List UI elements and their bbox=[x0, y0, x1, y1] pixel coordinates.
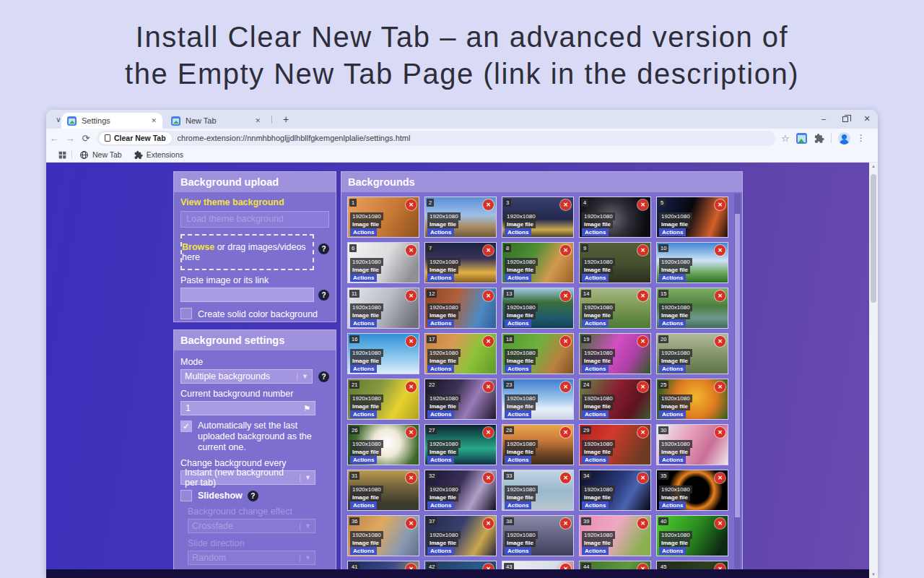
actions-button[interactable]: Actions bbox=[582, 547, 609, 555]
background-thumbnail-green-parrot[interactable]: 17✕1920x1080Image fileActions bbox=[424, 333, 497, 374]
actions-button[interactable]: Actions bbox=[505, 456, 531, 464]
background-thumbnail-red-rose[interactable]: 24✕1920x1080Image fileActions bbox=[579, 379, 651, 420]
actions-button[interactable]: Actions bbox=[350, 228, 377, 236]
actions-button[interactable]: Actions bbox=[659, 228, 686, 236]
delete-background-button[interactable]: ✕ bbox=[715, 290, 725, 301]
background-thumbnail-planet-galaxy[interactable]: 34✕1920x1080Image fileActions bbox=[579, 470, 651, 511]
actions-button[interactable]: Actions bbox=[659, 456, 686, 464]
background-thumbnail-daisy[interactable]: 26✕1920x1080Image fileActions bbox=[347, 424, 419, 465]
background-thumbnail-squirrel-grass[interactable]: 18✕1920x1080Image fileActions bbox=[502, 333, 574, 374]
delete-background-button[interactable]: ✕ bbox=[483, 427, 494, 438]
panel-scrollbar[interactable] bbox=[734, 194, 741, 569]
delete-background-button[interactable]: ✕ bbox=[560, 336, 571, 347]
background-thumbnail-dark-road[interactable]: 9✕1920x1080Image fileActions bbox=[579, 242, 651, 283]
actions-button[interactable]: Actions bbox=[505, 410, 531, 418]
delete-background-button[interactable]: ✕ bbox=[406, 381, 417, 392]
delete-background-button[interactable]: ✕ bbox=[483, 290, 494, 301]
delete-background-button[interactable]: ✕ bbox=[715, 427, 725, 438]
background-thumbnail-sky-clouds[interactable]: 16✕1920x1080Image fileActions bbox=[347, 333, 419, 374]
delete-background-button[interactable]: ✕ bbox=[637, 245, 648, 256]
delete-background-button[interactable]: ✕ bbox=[637, 473, 648, 483]
bookmark-star-icon[interactable]: ☆ bbox=[781, 133, 790, 144]
scroll-down-icon[interactable]: ▼ bbox=[869, 572, 878, 577]
actions-button[interactable]: Actions bbox=[427, 410, 454, 418]
refresh-icon[interactable]: ⟳ bbox=[78, 133, 94, 144]
close-button[interactable]: ✕ bbox=[856, 110, 878, 129]
actions-button[interactable]: Actions bbox=[582, 319, 609, 327]
actions-button[interactable]: Actions bbox=[659, 501, 686, 509]
delete-background-button[interactable]: ✕ bbox=[715, 199, 725, 210]
actions-button[interactable]: Actions bbox=[505, 365, 531, 373]
actions-button[interactable]: Actions bbox=[505, 274, 531, 282]
background-thumbnail-meadow[interactable]: 14✕1920x1080Image fileActions bbox=[579, 288, 651, 329]
background-thumbnail-winter-sun[interactable]: 23✕1920x1080Image fileActions bbox=[502, 379, 574, 420]
apps-grid-icon[interactable] bbox=[58, 150, 67, 160]
profile-avatar[interactable] bbox=[838, 132, 850, 144]
delete-background-button[interactable]: ✕ bbox=[560, 518, 571, 529]
delete-background-button[interactable]: ✕ bbox=[637, 336, 648, 347]
background-thumbnail-green-leaf[interactable]: 40✕1920x1080Image fileActions bbox=[656, 515, 728, 556]
actions-button[interactable]: Actions bbox=[582, 501, 609, 509]
change-every-select[interactable]: Instant (new background per tab) |▼ bbox=[180, 470, 315, 485]
background-thumbnail-autumn-road[interactable]: 12✕1920x1080Image fileActions bbox=[424, 288, 497, 329]
background-thumbnail-storm-beach[interactable]: 31✕1920x1080Image fileActions bbox=[347, 470, 419, 511]
actions-button[interactable]: Actions bbox=[427, 501, 454, 509]
background-thumbnail-pink-flowers[interactable]: 19✕1920x1080Image fileActions bbox=[579, 333, 651, 374]
delete-background-button[interactable]: ✕ bbox=[406, 336, 417, 347]
clear-new-tab-extension-icon[interactable] bbox=[796, 133, 807, 144]
extension-name-chip[interactable]: Clear New Tab bbox=[99, 132, 172, 144]
actions-button[interactable]: Actions bbox=[350, 274, 377, 282]
background-thumbnail-old-town-sunset[interactable]: 36✕1920x1080Image fileActions bbox=[347, 515, 419, 556]
extensions-puzzle-icon[interactable] bbox=[814, 133, 824, 144]
browser-scrollbar-thumb[interactable] bbox=[871, 174, 876, 303]
actions-button[interactable]: Actions bbox=[582, 365, 609, 373]
actions-button[interactable]: Actions bbox=[350, 547, 377, 555]
delete-background-button[interactable]: ✕ bbox=[406, 199, 417, 210]
actions-button[interactable]: Actions bbox=[505, 547, 531, 555]
help-icon[interactable]: ? bbox=[318, 371, 329, 382]
bookmark-new-tab[interactable]: New Tab bbox=[79, 150, 122, 160]
delete-background-button[interactable]: ✕ bbox=[406, 518, 417, 529]
help-icon[interactable]: ? bbox=[248, 491, 258, 501]
delete-background-button[interactable]: ✕ bbox=[715, 518, 725, 529]
flag-icon[interactable]: ⚑ bbox=[303, 404, 310, 413]
background-thumbnail-solar-eclipse[interactable]: 35✕1920x1080Image fileActions bbox=[656, 470, 728, 511]
restore-button[interactable] bbox=[834, 110, 856, 129]
background-thumbnail-orange-cat[interactable]: 1✕1920x1080Image fileActions bbox=[347, 197, 419, 238]
minimize-button[interactable]: – bbox=[813, 110, 834, 129]
tab-settings[interactable]: Settings ✕ bbox=[61, 113, 162, 129]
actions-button[interactable]: Actions bbox=[582, 456, 609, 464]
delete-background-button[interactable]: ✕ bbox=[715, 336, 725, 347]
load-theme-background-button[interactable]: Load theme background bbox=[180, 211, 329, 228]
delete-background-button[interactable]: ✕ bbox=[560, 427, 571, 438]
actions-button[interactable]: Actions bbox=[350, 319, 377, 327]
actions-button[interactable]: Actions bbox=[505, 228, 531, 236]
background-thumbnail-foggy-dusk[interactable]: 38✕1920x1080Image fileActions bbox=[502, 515, 574, 556]
delete-background-button[interactable]: ✕ bbox=[637, 427, 648, 438]
browse-link[interactable]: Browse bbox=[182, 242, 214, 252]
actions-button[interactable]: Actions bbox=[350, 501, 377, 509]
browser-menu-icon[interactable]: ⋮ bbox=[857, 133, 866, 143]
delete-background-button[interactable]: ✕ bbox=[715, 473, 725, 483]
actions-button[interactable]: Actions bbox=[659, 547, 686, 555]
paste-image-input[interactable] bbox=[180, 288, 314, 302]
actions-button[interactable]: Actions bbox=[427, 228, 454, 236]
background-thumbnail-aurora[interactable]: 27✕1920x1080Image fileActions bbox=[424, 424, 497, 465]
actions-button[interactable]: Actions bbox=[659, 274, 686, 282]
tab-close-icon[interactable]: ✕ bbox=[151, 117, 157, 124]
bookmark-extensions[interactable]: Extensions bbox=[134, 150, 183, 160]
solid-color-checkbox[interactable] bbox=[180, 308, 192, 319]
background-thumbnail-city-skyline[interactable]: 33✕1920x1080Image fileActions bbox=[502, 470, 574, 511]
help-icon[interactable]: ? bbox=[318, 290, 329, 301]
background-thumbnail-gray-cat[interactable]: 6✕1920x1080Image fileActions bbox=[347, 242, 419, 283]
image-dropzone[interactable]: Browse or drag images/videos here bbox=[180, 234, 314, 270]
delete-background-button[interactable]: ✕ bbox=[560, 381, 571, 392]
background-thumbnail-palace-blue-sky[interactable]: 2✕1920x1080Image fileActions bbox=[424, 197, 497, 238]
actions-button[interactable]: Actions bbox=[427, 274, 454, 282]
background-thumbnail-earth-nebula[interactable]: 32✕1920x1080Image fileActions bbox=[424, 470, 497, 511]
background-thumbnail-space-eclipse[interactable]: 5✕1920x1080Image fileActions bbox=[656, 197, 728, 238]
delete-background-button[interactable]: ✕ bbox=[483, 381, 494, 392]
back-icon[interactable]: ← bbox=[46, 133, 62, 144]
actions-button[interactable]: Actions bbox=[659, 365, 686, 373]
actions-button[interactable]: Actions bbox=[505, 501, 531, 509]
